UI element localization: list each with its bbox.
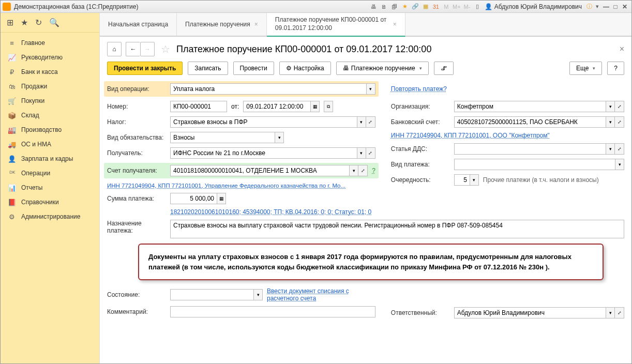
copy-icon[interactable]: 🗐 <box>390 3 399 11</box>
recipient-input[interactable] <box>170 147 357 159</box>
open-icon[interactable]: ⤢ <box>366 116 375 128</box>
op-type-input[interactable] <box>170 83 366 95</box>
chevron-down-icon[interactable]: ▾ <box>470 174 479 186</box>
star-icon[interactable]: ★ <box>401 3 409 11</box>
nav-production[interactable]: 🏭Производство <box>1 123 99 137</box>
close-button[interactable]: ✕ <box>620 3 629 11</box>
open-icon[interactable]: ⤢ <box>615 116 624 128</box>
home-button[interactable]: ⌂ <box>107 42 122 56</box>
more-button[interactable]: Еще <box>569 62 602 75</box>
calc-icon[interactable]: ▦ <box>422 3 430 11</box>
open-icon[interactable]: ⤢ <box>615 307 624 318</box>
number-input[interactable] <box>170 101 227 112</box>
chevron-down-icon[interactable]: ▾ <box>253 289 263 300</box>
repeat-link[interactable]: Повторять платеж? <box>391 85 447 93</box>
post-button[interactable]: Провести <box>233 62 274 75</box>
nav-bank[interactable]: ₽Банк и касса <box>1 65 99 79</box>
close-icon[interactable]: × <box>393 21 397 28</box>
panel-icon[interactable]: ▯ <box>473 3 481 11</box>
star-outline-icon[interactable]: ☆ <box>161 43 170 55</box>
print-icon[interactable]: 🖶 <box>370 3 378 11</box>
user-menu[interactable]: 👤 Абдулов Юрий Владимирович <box>481 3 585 10</box>
settings-button[interactable]: ⚙Настройка <box>279 62 331 75</box>
open-icon[interactable]: ⤢ <box>615 143 624 155</box>
chevron-down-icon[interactable]: ▾ <box>606 116 615 128</box>
chevron-down-icon[interactable]: ▾ <box>349 165 358 176</box>
favorites-icon[interactable]: ★ <box>21 18 28 27</box>
apps-icon[interactable]: ⊞ <box>7 18 13 27</box>
open-icon[interactable]: ⤢ <box>366 147 375 159</box>
state-input[interactable] <box>170 289 253 300</box>
oblig-input[interactable] <box>170 132 275 143</box>
sidebar: ⊞ ★ ↻ 🔍 ≡Главное 📈Руководителю ₽Банк и к… <box>1 13 100 363</box>
link-icon[interactable]: 🔗 <box>411 3 419 11</box>
org-inn-link[interactable]: ИНН 7721049904, КПП 772101001, ООО "Конф… <box>391 132 550 139</box>
cart-icon: 🛒 <box>8 97 16 105</box>
date-input[interactable] <box>243 101 310 112</box>
link-icon[interactable]: ⧉ <box>324 101 333 112</box>
m-minus-icon[interactable]: M- <box>463 3 471 11</box>
dropdown-icon[interactable]: ▾ <box>593 3 601 11</box>
nav-warehouse[interactable]: 📦Склад <box>1 108 99 123</box>
comment-input[interactable] <box>170 306 375 317</box>
tab-home[interactable]: Начальная страница <box>100 13 177 36</box>
post-and-close-button[interactable]: Провести и закрыть <box>107 62 183 75</box>
calendar-icon[interactable]: 31 <box>432 3 440 11</box>
print-button[interactable]: 🖶Платежное поручение <box>336 62 429 75</box>
resp-input[interactable] <box>454 307 606 318</box>
org-input[interactable] <box>454 101 606 112</box>
nav-manager[interactable]: 📈Руководителю <box>1 50 99 65</box>
m-plus-icon[interactable]: M+ <box>453 3 461 11</box>
history-icon[interactable]: ↻ <box>35 18 42 27</box>
tab-payment-orders[interactable]: Платежные поручения× <box>177 13 267 36</box>
chevron-down-icon[interactable]: ▾ <box>275 132 284 143</box>
nav-directories[interactable]: 📕Справочники <box>1 195 99 209</box>
info-icon[interactable]: ⓘ <box>585 3 593 11</box>
calendar-icon[interactable]: ▦ <box>310 101 320 112</box>
doc-icon[interactable]: 🗎 <box>380 3 388 11</box>
chevron-down-icon[interactable]: ▾ <box>606 143 615 155</box>
chevron-down-icon[interactable]: ▾ <box>357 116 366 128</box>
dds-input[interactable] <box>454 143 606 155</box>
back-button[interactable]: ← <box>126 42 140 56</box>
tax-input[interactable] <box>170 116 357 128</box>
minimize-button[interactable]: — <box>601 3 611 11</box>
purpose-input[interactable]: Страховые взносы на выплату страховой ча… <box>170 220 624 238</box>
tab-payment-order-doc[interactable]: Платежное поручение КП00-000001 от 09.01… <box>267 13 405 37</box>
nav-assets[interactable]: 🚚ОС и НМА <box>1 137 99 151</box>
priority-input[interactable] <box>454 174 470 186</box>
enter-doc-link[interactable]: Ввести документ списания с расчетного сч… <box>267 287 375 302</box>
acct-help-link[interactable]: ? <box>372 167 375 174</box>
nav-sales[interactable]: 🛍Продажи <box>1 79 99 94</box>
nav-admin[interactable]: ⚙Администрирование <box>1 209 99 224</box>
m-icon[interactable]: M <box>442 3 450 11</box>
maximize-button[interactable]: □ <box>611 3 620 11</box>
open-icon[interactable]: ⤢ <box>615 101 624 112</box>
nav-hr[interactable]: 👤Зарплата и кадры <box>1 151 99 166</box>
forward-button[interactable]: → <box>140 42 155 56</box>
amount-input[interactable] <box>170 193 217 204</box>
calc-icon[interactable]: ▦ <box>217 193 226 204</box>
chevron-down-icon[interactable]: ▾ <box>366 83 375 95</box>
nav-purchases[interactable]: 🛒Покупки <box>1 94 99 108</box>
chevron-down-icon[interactable]: ▾ <box>615 159 624 170</box>
attach-button[interactable]: 🖇 <box>434 62 454 75</box>
help-button[interactable]: ? <box>607 62 624 75</box>
paytype-label: Вид платежа: <box>391 161 450 168</box>
bank-input[interactable] <box>454 116 606 128</box>
treasury-link[interactable]: ИНН 7721049904, КПП 772101001, Управлени… <box>107 183 345 189</box>
save-button[interactable]: Записать <box>188 62 228 75</box>
acct-input[interactable] <box>170 165 349 176</box>
chevron-down-icon[interactable]: ▾ <box>357 147 366 159</box>
paytype-input[interactable] <box>454 159 615 170</box>
nav-reports[interactable]: 📊Отчеты <box>1 180 99 195</box>
open-icon[interactable]: ⤢ <box>358 165 368 176</box>
kbk-link[interactable]: 18210202010061010160; 45394000; ТП; КВ.0… <box>170 208 371 216</box>
nav-main[interactable]: ≡Главное <box>1 36 99 50</box>
close-icon[interactable]: × <box>254 21 258 28</box>
search-icon[interactable]: 🔍 <box>49 18 59 27</box>
nav-operations[interactable]: ᴰᴷОперации <box>1 166 99 180</box>
chevron-down-icon[interactable]: ▾ <box>606 101 615 112</box>
close-document-button[interactable]: × <box>620 44 624 54</box>
chevron-down-icon[interactable]: ▾ <box>606 307 615 318</box>
